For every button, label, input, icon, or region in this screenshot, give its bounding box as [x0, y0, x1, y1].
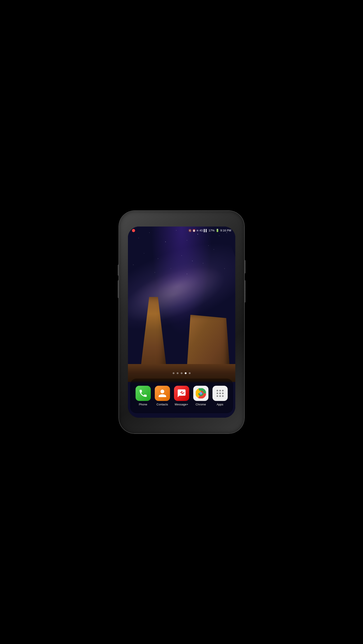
- chrome-icon: [196, 388, 206, 398]
- status-left: [132, 229, 135, 232]
- message-app-icon[interactable]: [174, 386, 189, 401]
- apps-icon: [216, 389, 225, 398]
- chrome-app-icon[interactable]: [193, 386, 208, 401]
- svg-point-17: [222, 395, 224, 397]
- volume-down-button[interactable]: [118, 280, 119, 298]
- svg-point-9: [216, 390, 218, 391]
- status-right: 🔇 ⏰ ≋ 4G ▌▌ 17% 🔋 9:16 PM: [188, 229, 231, 232]
- chrome-app[interactable]: Chrome: [193, 386, 208, 406]
- status-bar: 🔇 ⏰ ≋ 4G ▌▌ 17% 🔋 9:16 PM: [128, 226, 235, 234]
- page-dot-3[interactable]: [181, 372, 182, 374]
- phone-icon: [138, 389, 148, 398]
- page-dot-4-active[interactable]: [185, 372, 186, 374]
- contacts-icon: [158, 389, 167, 398]
- contacts-app[interactable]: Contacts: [155, 386, 170, 406]
- svg-point-8: [200, 393, 202, 394]
- svg-point-16: [219, 395, 221, 397]
- svg-point-10: [219, 390, 221, 391]
- home-dock: Phone Contacts: [130, 378, 233, 413]
- apps-app[interactable]: Apps: [212, 386, 228, 406]
- contacts-app-label: Contacts: [156, 403, 168, 406]
- phone-app[interactable]: Phone: [136, 386, 151, 406]
- phone-device: 🔇 ⏰ ≋ 4G ▌▌ 17% 🔋 9:16 PM: [119, 211, 244, 433]
- message-app[interactable]: Message+: [174, 386, 189, 406]
- phone-screen: 🔇 ⏰ ≋ 4G ▌▌ 17% 🔋 9:16 PM: [128, 226, 235, 418]
- message-app-label: Message+: [175, 403, 188, 406]
- status-icons-text: 🔇 ⏰ ≋ 4G ▌▌: [188, 229, 208, 232]
- contacts-app-icon[interactable]: [155, 386, 170, 401]
- page-dot-1[interactable]: [173, 372, 174, 374]
- phone-app-label: Phone: [139, 403, 148, 406]
- svg-point-11: [222, 390, 224, 391]
- battery-level: 17%: [209, 229, 214, 232]
- time-display: 9:16 PM: [220, 229, 231, 232]
- volume-up-button[interactable]: [118, 264, 119, 276]
- chrome-app-label: Chrome: [196, 403, 206, 406]
- rock-formations: [128, 288, 235, 382]
- phone-app-icon[interactable]: [136, 386, 151, 401]
- apps-app-label: Apps: [217, 403, 224, 406]
- svg-point-15: [216, 395, 218, 397]
- battery-icon: 🔋: [216, 229, 219, 232]
- page-dot-2[interactable]: [177, 372, 178, 374]
- svg-point-12: [216, 392, 218, 394]
- notification-dot: [132, 229, 135, 232]
- page-dot-5[interactable]: [189, 372, 190, 374]
- svg-point-13: [219, 392, 221, 394]
- svg-point-14: [222, 392, 224, 394]
- page-indicators: [128, 372, 235, 374]
- message-icon: [177, 389, 186, 398]
- apps-app-icon[interactable]: [212, 386, 228, 401]
- home-screen[interactable]: 🔇 ⏰ ≋ 4G ▌▌ 17% 🔋 9:16 PM: [128, 226, 235, 418]
